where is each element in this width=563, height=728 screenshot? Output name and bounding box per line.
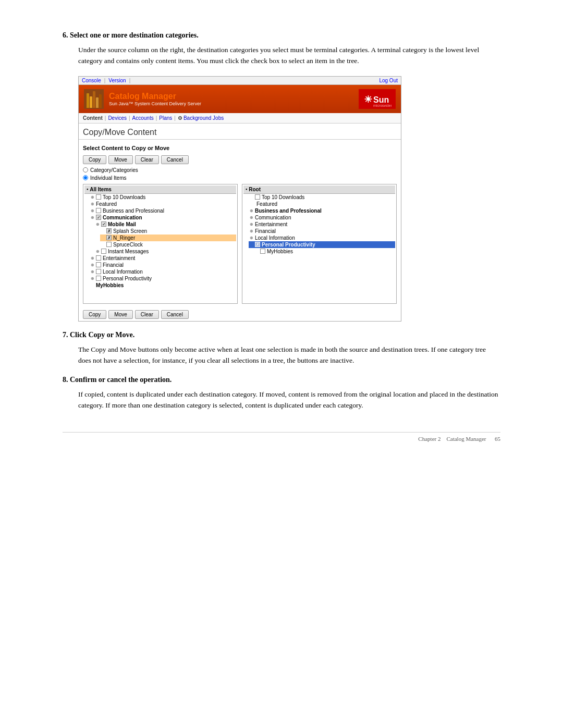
footer-page: 65	[495, 436, 500, 442]
page-title: Copy/Move Content	[79, 124, 401, 140]
source-tree[interactable]: ▪ All Items ⊕ Top 10 Downloads ⊕ Feature…	[83, 184, 238, 304]
list-item[interactable]: ⊕ Business and Professional	[249, 207, 395, 214]
gear-icon: ⚙	[178, 115, 182, 121]
nav-plans[interactable]: Plans	[159, 115, 172, 121]
list-item[interactable]: SpruceClock	[100, 241, 236, 248]
header-left: Catalog Manager Sun Java™ System Content…	[84, 89, 201, 109]
expand-icon: ⊕	[91, 269, 95, 274]
expand-icon	[250, 242, 254, 247]
expand-icon	[250, 202, 254, 206]
list-item[interactable]: ⊕ Financial	[90, 262, 236, 268]
step8-heading: 8. Confirm or cancel the operation.	[63, 376, 500, 384]
checkbox-icon[interactable]: ✗	[106, 228, 112, 233]
app-subtitle: Sun Java™ System Content Delivery Server	[109, 101, 201, 106]
checkbox-icon[interactable]	[96, 208, 101, 213]
list-item[interactable]: ⊕ Financial	[249, 228, 395, 235]
expand-icon: ⊕	[250, 222, 254, 227]
radio-individual[interactable]	[83, 175, 88, 180]
cancel-button-bottom[interactable]: Cancel	[161, 310, 189, 319]
dest-expand-icon[interactable]: ▪	[246, 187, 247, 192]
list-item[interactable]: ⊕ Business and Professional	[90, 207, 236, 214]
catalog-image	[84, 89, 104, 109]
svg-text:microsystems: microsystems	[373, 104, 391, 107]
source-expand-icon[interactable]: ▪	[87, 187, 88, 192]
checkbox-icon[interactable]: ✗	[255, 242, 260, 247]
expand-icon: ⊕	[250, 215, 254, 220]
expand-icon	[101, 242, 105, 247]
dest-tree[interactable]: ▪ Root Top 10 Downloads Featured ⊕ Busin…	[242, 184, 397, 304]
move-button-top[interactable]: Move	[108, 155, 132, 164]
list-item[interactable]: ⊕ Local Information	[90, 268, 236, 275]
list-item[interactable]: Top 10 Downloads	[249, 194, 395, 201]
list-item[interactable]: ⊕ ✓ Communication	[90, 214, 236, 221]
step6-heading: 6. Select one or more destination catego…	[63, 31, 500, 40]
step7-title: Click Copy or Move.	[70, 331, 134, 339]
step8-body: If copied, content is duplicated under e…	[78, 389, 500, 411]
list-item[interactable]: MyHobbies	[254, 248, 395, 255]
expand-icon: ⊕	[250, 229, 254, 233]
nav-background-jobs[interactable]: ⚙ Background Jobs	[178, 115, 224, 121]
copy-button-bottom[interactable]: Copy	[83, 310, 106, 319]
list-item[interactable]: ⊕ Local Information	[249, 235, 395, 241]
expand-icon	[101, 229, 105, 233]
expand-icon: ⊕	[91, 208, 95, 213]
app-nav: Content | Devices | Accounts | Plans | ⚙…	[79, 113, 401, 124]
bg-jobs-link[interactable]: Background Jobs	[183, 115, 224, 121]
checkbox-icon[interactable]: ✗	[106, 235, 112, 240]
checkbox-icon[interactable]	[260, 249, 265, 254]
expand-icon: ⊕	[250, 208, 254, 213]
checkbox-icon[interactable]	[106, 242, 112, 247]
radio-categories[interactable]	[83, 167, 88, 172]
checkbox-icon[interactable]	[96, 269, 101, 274]
list-item[interactable]: MyHobbies	[90, 282, 236, 289]
expand-icon: ⊕	[91, 202, 95, 206]
list-item[interactable]: ✗ Splash Screen	[100, 228, 236, 235]
svg-text:Sun: Sun	[373, 95, 389, 104]
step6-body: Under the source column on the right, th…	[78, 45, 500, 67]
list-item[interactable]: ✗ Personal Productivity	[249, 241, 395, 248]
version-link[interactable]: Version	[108, 78, 126, 83]
cancel-button-top[interactable]: Cancel	[161, 155, 189, 164]
list-item[interactable]: ⊕ ✓ Mobile Mail	[95, 221, 236, 228]
expand-icon	[250, 195, 254, 200]
topbar-left: Console | Version |	[82, 78, 130, 83]
copy-button-top[interactable]: Copy	[83, 155, 106, 164]
clear-button-bottom[interactable]: Clear	[135, 310, 159, 319]
expand-icon	[91, 283, 95, 288]
clear-button-top[interactable]: Clear	[135, 155, 159, 164]
checkbox-icon[interactable]	[96, 262, 101, 267]
move-button-bottom[interactable]: Move	[108, 310, 132, 319]
expand-icon: ⊕	[96, 249, 100, 254]
list-item[interactable]: Featured	[249, 201, 395, 207]
expand-icon: ⊕	[91, 215, 95, 220]
list-item[interactable]: ⊕ Personal Productivity	[90, 275, 236, 282]
dest-tree-header: ▪ Root	[243, 186, 395, 194]
radio-individual-label: Individual Items	[90, 175, 126, 181]
list-item[interactable]: ⊕ Top 10 Downloads	[90, 194, 236, 201]
nav-accounts[interactable]: Accounts	[132, 115, 154, 121]
checkbox-icon[interactable]: ✓	[96, 215, 101, 220]
expand-icon: ⊕	[91, 263, 95, 267]
checkbox-icon[interactable]	[96, 276, 101, 281]
list-item[interactable]: ⊕ Featured	[90, 201, 236, 207]
checkbox-icon[interactable]	[96, 255, 101, 261]
list-item[interactable]: ⊕ Communication	[249, 214, 395, 221]
list-item[interactable]: ⊕ Entertainment	[249, 221, 395, 228]
nav-devices[interactable]: Devices	[108, 115, 127, 121]
list-item[interactable]: ⊕ Instant Messages	[95, 248, 236, 255]
radio-categories-label: Category/Categories	[90, 167, 138, 173]
checkbox-icon[interactable]	[101, 249, 106, 254]
checkbox-icon[interactable]: ✓	[101, 221, 106, 227]
checkbox-icon[interactable]	[96, 194, 101, 200]
sun-logo: ☀ Sun microsystems	[359, 89, 396, 109]
list-item[interactable]: ⊕ Entertainment	[90, 255, 236, 262]
list-item[interactable]: ✗ N_Ringer	[100, 235, 236, 241]
expand-icon: ⊕	[91, 195, 95, 200]
console-link[interactable]: Console	[82, 78, 101, 83]
nav-content[interactable]: Content	[83, 115, 103, 121]
checkbox-icon[interactable]	[255, 194, 260, 200]
expand-icon	[255, 249, 259, 254]
app-topbar: Console | Version | Log Out	[79, 77, 401, 85]
logout-link[interactable]: Log Out	[379, 78, 398, 83]
step7-heading: 7. Click Copy or Move.	[63, 331, 500, 339]
